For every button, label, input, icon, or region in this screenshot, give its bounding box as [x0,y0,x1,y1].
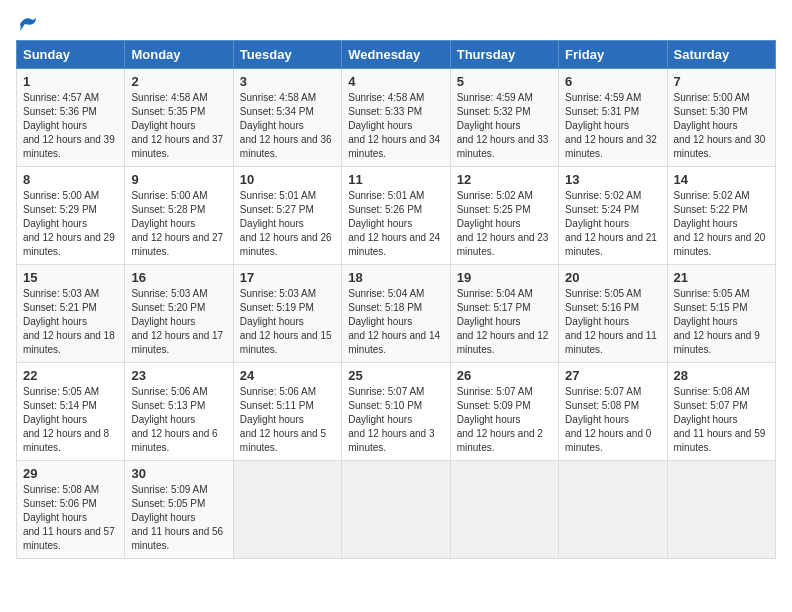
calendar-cell-18: 18 Sunrise: 5:04 AM Sunset: 5:18 PM Dayl… [342,265,450,363]
day-info: Sunrise: 5:02 AM Sunset: 5:25 PM Dayligh… [457,189,552,259]
calendar-cell-24: 24 Sunrise: 5:06 AM Sunset: 5:11 PM Dayl… [233,363,341,461]
day-number: 18 [348,270,443,285]
col-friday: Friday [559,41,667,69]
col-thursday: Thursday [450,41,558,69]
calendar-cell-17: 17 Sunrise: 5:03 AM Sunset: 5:19 PM Dayl… [233,265,341,363]
day-info: Sunrise: 5:01 AM Sunset: 5:26 PM Dayligh… [348,189,443,259]
day-info: Sunrise: 5:06 AM Sunset: 5:13 PM Dayligh… [131,385,226,455]
day-number: 19 [457,270,552,285]
day-number: 22 [23,368,118,383]
day-info: Sunrise: 5:08 AM Sunset: 5:07 PM Dayligh… [674,385,769,455]
day-number: 14 [674,172,769,187]
calendar-cell-28: 28 Sunrise: 5:08 AM Sunset: 5:07 PM Dayl… [667,363,775,461]
calendar-row-1: 1 Sunrise: 4:57 AM Sunset: 5:36 PM Dayli… [17,69,776,167]
day-number: 27 [565,368,660,383]
day-info: Sunrise: 4:58 AM Sunset: 5:33 PM Dayligh… [348,91,443,161]
day-number: 1 [23,74,118,89]
col-tuesday: Tuesday [233,41,341,69]
day-number: 23 [131,368,226,383]
day-number: 29 [23,466,118,481]
page-header [16,16,776,32]
day-number: 7 [674,74,769,89]
calendar-row-4: 22 Sunrise: 5:05 AM Sunset: 5:14 PM Dayl… [17,363,776,461]
day-info: Sunrise: 5:05 AM Sunset: 5:16 PM Dayligh… [565,287,660,357]
day-info: Sunrise: 5:07 AM Sunset: 5:08 PM Dayligh… [565,385,660,455]
calendar-cell-27: 27 Sunrise: 5:07 AM Sunset: 5:08 PM Dayl… [559,363,667,461]
calendar-table: Sunday Monday Tuesday Wednesday Thursday… [16,40,776,559]
calendar-cell-12: 12 Sunrise: 5:02 AM Sunset: 5:25 PM Dayl… [450,167,558,265]
calendar-cell-8: 8 Sunrise: 5:00 AM Sunset: 5:29 PM Dayli… [17,167,125,265]
day-number: 25 [348,368,443,383]
calendar-cell-9: 9 Sunrise: 5:00 AM Sunset: 5:28 PM Dayli… [125,167,233,265]
day-info: Sunrise: 5:04 AM Sunset: 5:17 PM Dayligh… [457,287,552,357]
day-info: Sunrise: 5:08 AM Sunset: 5:06 PM Dayligh… [23,483,118,553]
day-number: 11 [348,172,443,187]
day-info: Sunrise: 5:05 AM Sunset: 5:15 PM Dayligh… [674,287,769,357]
day-number: 24 [240,368,335,383]
day-number: 28 [674,368,769,383]
day-info: Sunrise: 5:05 AM Sunset: 5:14 PM Dayligh… [23,385,118,455]
day-info: Sunrise: 5:01 AM Sunset: 5:27 PM Dayligh… [240,189,335,259]
calendar-cell-26: 26 Sunrise: 5:07 AM Sunset: 5:09 PM Dayl… [450,363,558,461]
calendar-cell-13: 13 Sunrise: 5:02 AM Sunset: 5:24 PM Dayl… [559,167,667,265]
day-info: Sunrise: 5:07 AM Sunset: 5:09 PM Dayligh… [457,385,552,455]
day-number: 15 [23,270,118,285]
day-number: 6 [565,74,660,89]
calendar-cell-11: 11 Sunrise: 5:01 AM Sunset: 5:26 PM Dayl… [342,167,450,265]
day-info: Sunrise: 4:58 AM Sunset: 5:35 PM Dayligh… [131,91,226,161]
calendar-cell-6: 6 Sunrise: 4:59 AM Sunset: 5:31 PM Dayli… [559,69,667,167]
calendar-row-3: 15 Sunrise: 5:03 AM Sunset: 5:21 PM Dayl… [17,265,776,363]
day-number: 17 [240,270,335,285]
empty-cell [233,461,341,559]
calendar-cell-21: 21 Sunrise: 5:05 AM Sunset: 5:15 PM Dayl… [667,265,775,363]
day-number: 9 [131,172,226,187]
day-info: Sunrise: 5:09 AM Sunset: 5:05 PM Dayligh… [131,483,226,553]
empty-cell [559,461,667,559]
calendar-cell-30: 30 Sunrise: 5:09 AM Sunset: 5:05 PM Dayl… [125,461,233,559]
calendar-cell-1: 1 Sunrise: 4:57 AM Sunset: 5:36 PM Dayli… [17,69,125,167]
day-number: 2 [131,74,226,89]
day-info: Sunrise: 5:00 AM Sunset: 5:28 PM Dayligh… [131,189,226,259]
logo-bird-icon [18,16,38,32]
calendar-body: 1 Sunrise: 4:57 AM Sunset: 5:36 PM Dayli… [17,69,776,559]
empty-cell [342,461,450,559]
day-number: 10 [240,172,335,187]
col-monday: Monday [125,41,233,69]
calendar-cell-22: 22 Sunrise: 5:05 AM Sunset: 5:14 PM Dayl… [17,363,125,461]
calendar-cell-15: 15 Sunrise: 5:03 AM Sunset: 5:21 PM Dayl… [17,265,125,363]
empty-cell [667,461,775,559]
logo-area [16,16,40,32]
day-number: 3 [240,74,335,89]
day-info: Sunrise: 4:57 AM Sunset: 5:36 PM Dayligh… [23,91,118,161]
empty-cell [450,461,558,559]
day-number: 8 [23,172,118,187]
day-number: 20 [565,270,660,285]
day-info: Sunrise: 5:02 AM Sunset: 5:22 PM Dayligh… [674,189,769,259]
day-number: 12 [457,172,552,187]
day-info: Sunrise: 5:00 AM Sunset: 5:30 PM Dayligh… [674,91,769,161]
calendar-header-row: Sunday Monday Tuesday Wednesday Thursday… [17,41,776,69]
day-number: 30 [131,466,226,481]
calendar-cell-16: 16 Sunrise: 5:03 AM Sunset: 5:20 PM Dayl… [125,265,233,363]
day-number: 21 [674,270,769,285]
calendar-cell-3: 3 Sunrise: 4:58 AM Sunset: 5:34 PM Dayli… [233,69,341,167]
day-info: Sunrise: 5:00 AM Sunset: 5:29 PM Dayligh… [23,189,118,259]
calendar-row-2: 8 Sunrise: 5:00 AM Sunset: 5:29 PM Dayli… [17,167,776,265]
day-number: 5 [457,74,552,89]
calendar-cell-20: 20 Sunrise: 5:05 AM Sunset: 5:16 PM Dayl… [559,265,667,363]
day-info: Sunrise: 5:02 AM Sunset: 5:24 PM Dayligh… [565,189,660,259]
calendar-cell-29: 29 Sunrise: 5:08 AM Sunset: 5:06 PM Dayl… [17,461,125,559]
day-info: Sunrise: 4:59 AM Sunset: 5:32 PM Dayligh… [457,91,552,161]
day-info: Sunrise: 5:07 AM Sunset: 5:10 PM Dayligh… [348,385,443,455]
calendar-row-5: 29 Sunrise: 5:08 AM Sunset: 5:06 PM Dayl… [17,461,776,559]
calendar-cell-5: 5 Sunrise: 4:59 AM Sunset: 5:32 PM Dayli… [450,69,558,167]
calendar-cell-2: 2 Sunrise: 4:58 AM Sunset: 5:35 PM Dayli… [125,69,233,167]
calendar-cell-10: 10 Sunrise: 5:01 AM Sunset: 5:27 PM Dayl… [233,167,341,265]
calendar-cell-14: 14 Sunrise: 5:02 AM Sunset: 5:22 PM Dayl… [667,167,775,265]
col-saturday: Saturday [667,41,775,69]
calendar-cell-25: 25 Sunrise: 5:07 AM Sunset: 5:10 PM Dayl… [342,363,450,461]
day-info: Sunrise: 5:03 AM Sunset: 5:21 PM Dayligh… [23,287,118,357]
day-info: Sunrise: 4:59 AM Sunset: 5:31 PM Dayligh… [565,91,660,161]
logo [16,16,40,32]
day-info: Sunrise: 5:06 AM Sunset: 5:11 PM Dayligh… [240,385,335,455]
